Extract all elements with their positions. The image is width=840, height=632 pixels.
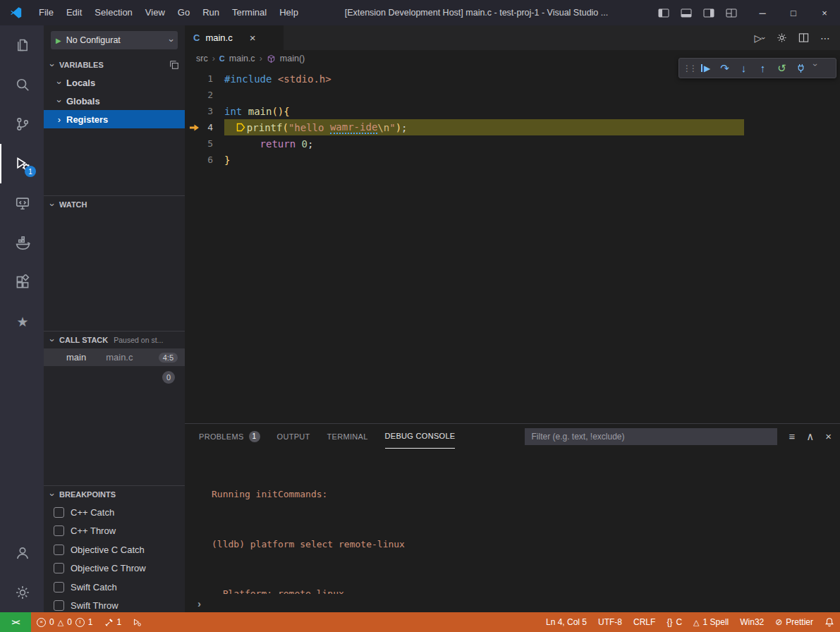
debug-console-output[interactable]: Running initCommands: (lldb) platform se… [185, 449, 840, 594]
activity-run-and-debug[interactable]: 1 [0, 144, 44, 183]
code-line-6[interactable]: 6 } [185, 152, 840, 168]
filter-lines-icon[interactable]: ≡ [789, 430, 795, 443]
watch-section: › WATCH [44, 195, 185, 331]
toggle-secondary-sidebar-icon[interactable] [703, 8, 714, 18]
activity-search[interactable] [0, 65, 44, 104]
menu-file[interactable]: File [32, 0, 60, 25]
close-button[interactable]: × [809, 0, 840, 25]
watch-header[interactable]: › WATCH [44, 196, 185, 213]
breakpoint-checkbox[interactable] [54, 507, 64, 518]
activity-extensions[interactable] [0, 262, 44, 302]
status-language[interactable]: {} C [661, 612, 688, 632]
breakpoints-header[interactable]: › BREAKPOINTS [44, 486, 185, 503]
status-debug[interactable] [127, 612, 147, 632]
run-file-button[interactable]: ▷ › [755, 32, 765, 44]
close-panel-icon[interactable]: × [825, 430, 832, 443]
code-line-5[interactable]: 5 return 0; [185, 135, 840, 152]
breakpoint-swift-throw[interactable]: Swift Throw [44, 597, 185, 613]
variables-scope-registers[interactable]: › Registers [44, 110, 185, 128]
variables-scope-locals[interactable]: › Locals [44, 73, 185, 92]
code-line-2[interactable]: 2 [185, 87, 840, 103]
status-toolchain[interactable]: 1 [99, 612, 128, 632]
start-debug-icon[interactable]: ▶ [56, 37, 61, 44]
line-number: 4 [203, 122, 224, 133]
editor-settings-gear-icon[interactable] [777, 32, 787, 43]
breakpoint-swift-catch[interactable]: Swift Catch [44, 578, 185, 597]
activity-explorer[interactable] [0, 25, 44, 65]
variables-header[interactable]: › VARIABLES [44, 56, 185, 73]
current-statement-arrow-icon[interactable] [185, 123, 203, 132]
more-actions-icon[interactable]: ⋯ [820, 32, 830, 44]
panel-header: PROBLEMS 1 OUTPUT TERMINAL DEBUG CONSOLE… [185, 424, 840, 449]
docker-icon [15, 235, 31, 251]
breadcrumb-src[interactable]: src [196, 54, 208, 63]
accounts-button[interactable] [0, 533, 44, 573]
status-formatter[interactable]: ⊘ Prettier [769, 612, 819, 632]
breakpoint-objc-catch[interactable]: Objective C Catch [44, 540, 185, 559]
breakpoint-checkbox[interactable] [54, 563, 64, 573]
menu-selection[interactable]: Selection [88, 0, 138, 25]
stack-frame-row[interactable]: main main.c 4:5 [44, 348, 185, 366]
tab-terminal[interactable]: TERMINAL [327, 424, 368, 449]
status-encoding[interactable]: UTF-8 [592, 612, 628, 632]
breakpoint-objc-throw[interactable]: Objective C Throw [44, 559, 185, 578]
menu-view[interactable]: View [139, 0, 171, 25]
chevron-down-icon: › [54, 95, 65, 107]
activity-source-control[interactable] [0, 104, 44, 144]
code-line-4-current[interactable]: 4 printf("hello wamr-ide\n"); [185, 119, 840, 135]
menu-edit[interactable]: Edit [60, 0, 88, 25]
minimize-button[interactable]: ─ [747, 0, 778, 25]
code-line-3[interactable]: 3 int main(){ [185, 103, 840, 119]
breadcrumb-symbol[interactable]: main() [280, 54, 305, 63]
customize-layout-icon[interactable] [726, 8, 737, 18]
tab-main-c[interactable]: C main.c × [185, 25, 284, 50]
breakpoint-cpp-catch[interactable]: C++ Catch [44, 503, 185, 522]
menu-terminal[interactable]: Terminal [226, 0, 273, 25]
activity-docker[interactable] [0, 223, 44, 262]
collapse-all-icon[interactable] [169, 60, 179, 70]
breakpoint-label: Swift Throw [71, 600, 118, 611]
files-icon [15, 37, 30, 53]
variables-scope-globals[interactable]: › Globals [44, 92, 185, 110]
status-cursor-position[interactable]: Ln 4, Col 5 [540, 612, 592, 632]
tab-output[interactable]: OUTPUT [277, 424, 310, 449]
menu-run[interactable]: Run [196, 0, 226, 25]
tab-close-icon[interactable]: × [250, 32, 256, 44]
status-eol[interactable]: CRLF [628, 612, 661, 632]
activity-favorites[interactable]: ★ [0, 302, 44, 341]
breadcrumb-file[interactable]: main.c [229, 54, 255, 63]
error-count: 0 [49, 617, 54, 627]
breakpoint-checkbox[interactable] [54, 545, 64, 555]
tab-problems[interactable]: PROBLEMS 1 [199, 424, 260, 449]
line-number: 3 [203, 106, 224, 116]
inline-breakpoint-icon[interactable] [236, 123, 245, 132]
console-input-prompt[interactable]: › [197, 597, 201, 609]
tab-debug-console[interactable]: DEBUG CONSOLE [385, 424, 456, 449]
call-stack-header[interactable]: › CALL STACK Paused on st... [44, 332, 185, 348]
debug-config-dropdown[interactable]: ▶ No Configurat › [51, 31, 178, 49]
breakpoint-checkbox[interactable] [54, 582, 64, 592]
breakpoint-label: Swift Catch [71, 582, 117, 592]
code-editor[interactable]: 1 #include <stdio.h> 2 3 int main(){ 4 p… [185, 67, 840, 168]
maximize-button[interactable]: □ [778, 0, 809, 25]
status-spell[interactable]: △ 1 Spell [688, 612, 734, 632]
breakpoint-cpp-throw[interactable]: C++ Throw [44, 522, 185, 541]
maximize-panel-icon[interactable]: ∧ [806, 430, 814, 443]
breakpoint-checkbox[interactable] [54, 600, 64, 611]
status-platform[interactable]: Win32 [734, 612, 769, 632]
toggle-primary-sidebar-icon[interactable] [658, 8, 669, 18]
status-problems[interactable]: × 0 △ 0 i 1 [31, 612, 99, 632]
settings-button[interactable] [0, 573, 44, 612]
split-editor-icon[interactable] [798, 32, 809, 43]
console-filter-input[interactable] [525, 428, 777, 445]
vscode-window: File Edit Selection View Go Run Terminal… [0, 0, 840, 632]
notifications-bell[interactable] [819, 612, 840, 632]
remote-indicator[interactable]: >< [0, 612, 31, 632]
line-number: 5 [203, 138, 224, 149]
menu-go[interactable]: Go [171, 0, 196, 25]
code-line-1[interactable]: 1 #include <stdio.h> [185, 71, 840, 87]
toggle-panel-icon[interactable] [681, 8, 692, 18]
menu-help[interactable]: Help [273, 0, 305, 25]
activity-remote-explorer[interactable] [0, 183, 44, 223]
breakpoint-checkbox[interactable] [54, 525, 64, 536]
